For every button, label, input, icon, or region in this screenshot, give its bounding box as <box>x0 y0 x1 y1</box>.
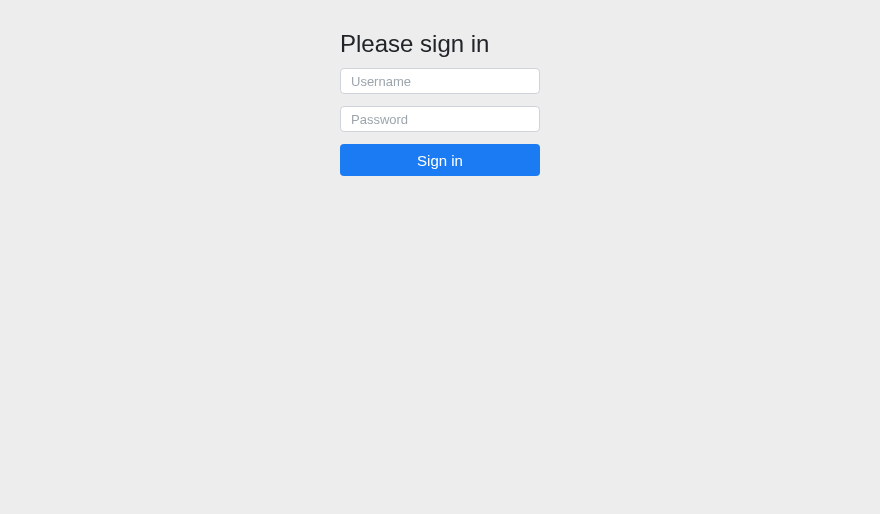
signin-button[interactable]: Sign in <box>340 144 540 176</box>
page-title: Please sign in <box>340 30 540 58</box>
password-input[interactable] <box>340 106 540 132</box>
username-input[interactable] <box>340 68 540 94</box>
login-form: Please sign in Sign in <box>340 0 540 176</box>
